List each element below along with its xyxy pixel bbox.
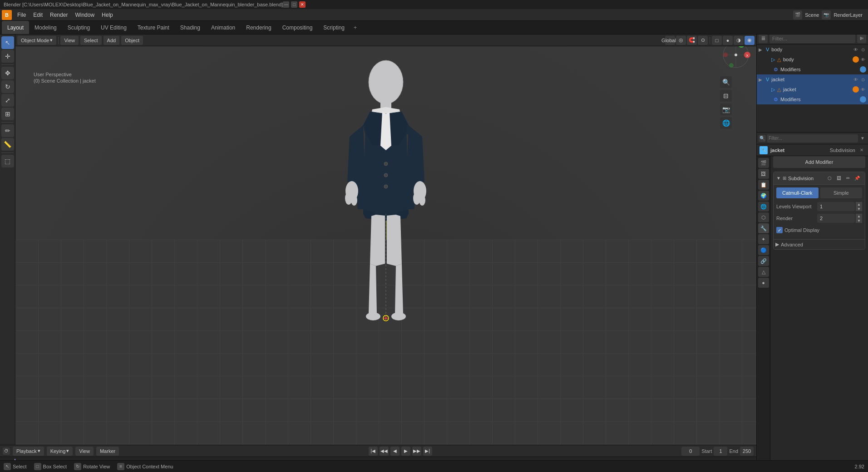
outliner-item-body-collection[interactable]: ▶ V body 👁 ⊙ <box>757 44 868 54</box>
jump-start-btn[interactable]: |◀ <box>369 447 378 456</box>
tab-layout[interactable]: Layout <box>2 21 29 34</box>
close-button[interactable]: ✕ <box>299 1 306 8</box>
outliner-item-body-modifiers[interactable]: ⚙ Modifiers <box>757 64 868 74</box>
levels-down-arrow[interactable]: ▼ <box>856 206 862 211</box>
play-back-btn[interactable]: ◀ <box>390 447 399 456</box>
add-modifier-button[interactable]: Add Modifier <box>773 156 865 168</box>
cursor-icon[interactable]: ⊙ <box>860 46 866 53</box>
jacket-material-icon[interactable] <box>853 86 859 93</box>
subdiv-render-icon[interactable]: 🖼 <box>835 175 843 182</box>
subdiv-expand-icon[interactable]: ▼ <box>776 176 781 181</box>
marker-menu[interactable]: Marker <box>96 447 119 456</box>
select-tool-button[interactable]: ↖ <box>1 36 14 49</box>
advanced-row[interactable]: ▶ Advanced <box>774 239 865 249</box>
subdiv-name-input[interactable] <box>788 176 824 181</box>
3d-viewport[interactable]: User Perspective (0) Scene Collection | … <box>15 34 756 445</box>
subdiv-pinned-icon[interactable]: 📌 <box>853 175 861 182</box>
transform-pivot[interactable]: ◎ <box>676 36 686 45</box>
tab-animation[interactable]: Animation <box>206 21 241 34</box>
add-cube-button[interactable]: ⬚ <box>1 155 14 167</box>
menu-help[interactable]: Help <box>98 11 117 19</box>
prop-tab-data[interactable]: △ <box>758 267 769 277</box>
view-menu[interactable]: View <box>60 36 79 45</box>
move-tool-button[interactable]: ✥ <box>1 67 14 79</box>
tab-shading[interactable]: Shading <box>175 21 206 34</box>
material-preview-btn[interactable]: ◑ <box>734 36 744 45</box>
prop-tab-modifiers[interactable]: 🔧 <box>758 223 769 233</box>
prop-tab-output[interactable]: 🖼 <box>758 169 769 179</box>
prop-tab-world[interactable]: 🌐 <box>758 202 769 211</box>
scale-tool-button[interactable]: ⤢ <box>1 94 14 107</box>
jacket-mesh-eye-icon[interactable]: 👁 <box>860 86 866 93</box>
prop-tab-view[interactable]: 📋 <box>758 180 769 190</box>
subdiv-realtime-icon[interactable]: ⬡ <box>826 175 833 182</box>
cursor-tool-button[interactable]: ✛ <box>1 50 14 63</box>
menu-file[interactable]: File <box>14 11 30 19</box>
prop-tab-render[interactable]: 🎬 <box>758 158 769 168</box>
transform-tool-button[interactable]: ⊞ <box>1 108 14 120</box>
add-menu[interactable]: Add <box>104 36 120 45</box>
simple-btn[interactable]: Simple <box>820 187 863 198</box>
render-layer-selector[interactable]: 📷 <box>822 10 831 20</box>
minimize-button[interactable]: — <box>283 1 289 8</box>
maximize-button[interactable]: □ <box>291 1 297 8</box>
catmull-clark-btn[interactable]: Catmull-Clark <box>776 187 819 198</box>
tab-uv-editing[interactable]: UV Editing <box>95 21 132 34</box>
prop-tab-object[interactable]: ⬡ <box>758 212 769 222</box>
prop-tab-scene[interactable]: 🌍 <box>758 191 769 201</box>
render-level-field[interactable]: 2 <box>817 214 855 223</box>
outliner-search-input[interactable] <box>769 34 855 43</box>
prop-tab-material[interactable]: ● <box>758 278 769 288</box>
rotate-tool-button[interactable]: ↻ <box>1 80 14 93</box>
global-dropdown[interactable]: Global▾ <box>665 36 675 45</box>
prop-filter-input[interactable] <box>767 134 858 143</box>
next-frame-btn[interactable]: ▶▶ <box>412 447 421 456</box>
optimal-display-checkbox[interactable]: ✓ <box>776 227 783 233</box>
timeline-type-btn[interactable]: ⏱ <box>3 447 10 455</box>
outliner-item-jacket-modifiers[interactable]: ⚙ Modifiers <box>757 94 868 104</box>
body-material-icon[interactable] <box>853 56 859 63</box>
tab-sculpting[interactable]: Sculpting <box>62 21 95 34</box>
prop-tab-physics[interactable]: 🔵 <box>758 245 769 255</box>
jacket-cursor-icon[interactable]: ⊙ <box>860 76 866 83</box>
camera-view-button[interactable]: 📷 <box>720 103 732 115</box>
menu-edit[interactable]: Edit <box>30 11 46 19</box>
jump-end-btn[interactable]: ▶| <box>423 447 432 456</box>
object-menu[interactable]: Object <box>121 36 143 45</box>
outliner-view-btn[interactable]: ☰ <box>759 34 768 43</box>
prev-frame-btn[interactable]: ◀◀ <box>380 447 389 456</box>
wireframe-btn[interactable]: □ <box>712 36 722 45</box>
world-view-button[interactable]: 🌐 <box>720 117 732 129</box>
levels-up-arrow[interactable]: ▲ <box>856 202 862 206</box>
zoom-in-button[interactable]: 🔍 <box>720 76 732 88</box>
tab-scripting[interactable]: Scripting <box>318 21 350 34</box>
tab-modeling[interactable]: Modeling <box>29 21 62 34</box>
prop-search-input[interactable]: 🔍 <box>759 135 766 142</box>
tab-compositing[interactable]: Compositing <box>277 21 318 34</box>
eye-icon[interactable]: 👁 <box>853 46 859 53</box>
object-mode-dropdown[interactable]: Object Mode ▾ <box>17 36 56 45</box>
timeline-view-menu[interactable]: View <box>75 447 94 456</box>
render-up-arrow[interactable]: ▲ <box>856 214 862 218</box>
tab-rendering[interactable]: Rendering <box>241 21 276 34</box>
render-down-arrow[interactable]: ▼ <box>856 218 862 223</box>
jacket-eye-icon[interactable]: 👁 <box>853 76 859 83</box>
prop-tab-constraints[interactable]: 🔗 <box>758 256 769 266</box>
scene-selector[interactable]: 🎬 <box>793 10 802 20</box>
menu-render[interactable]: Render <box>46 11 71 19</box>
playback-menu[interactable]: Playback▾ <box>13 447 44 456</box>
outliner-item-jacket-collection[interactable]: ▶ V jacket 👁 ⊙ <box>757 74 868 84</box>
menu-window[interactable]: Window <box>71 11 98 19</box>
outliner-item-jacket-mesh[interactable]: ▷ △ jacket 👁 <box>757 84 868 94</box>
blender-logo[interactable]: B <box>2 10 12 20</box>
prop-tab-particles[interactable]: ✦ <box>758 234 769 244</box>
end-frame-field[interactable]: 250 <box>740 447 754 456</box>
body-mod-icon[interactable] <box>860 66 866 73</box>
tab-texture-paint[interactable]: Texture Paint <box>132 21 175 34</box>
prop-close-icon[interactable]: ✕ <box>858 147 865 154</box>
annotate-tool-button[interactable]: ✏ <box>1 124 14 137</box>
levels-viewport-field[interactable]: 1 <box>817 202 855 211</box>
rendered-btn[interactable]: ◉ <box>745 36 755 45</box>
start-frame-field[interactable]: 1 <box>714 447 727 456</box>
measure-tool-button[interactable]: 📏 <box>1 138 14 151</box>
